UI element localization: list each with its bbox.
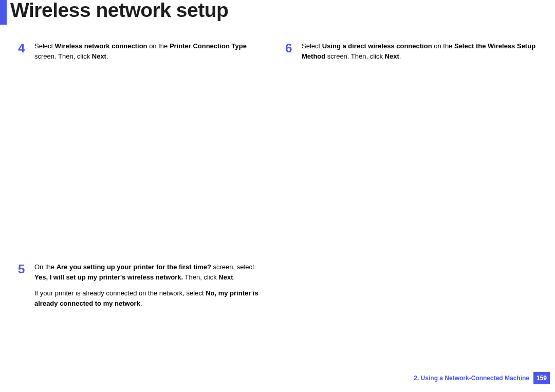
s4-t4: . xyxy=(106,52,108,60)
s5p1-b3: Next xyxy=(218,273,233,281)
step-6: 6 Select Using a direct wireless connect… xyxy=(285,41,542,67)
s4-t2: on the xyxy=(147,42,170,50)
s5p1-t1: On the xyxy=(34,263,57,271)
s6-b1: Using a direct wireless connection xyxy=(322,42,432,50)
content-area: 4 Select Wireless network connection on … xyxy=(0,41,555,324)
header-accent-bar xyxy=(0,0,7,25)
s5p1-b2: Yes, I will set up my printer's wireless… xyxy=(34,273,183,281)
s4-t3: screen. Then, click xyxy=(34,52,92,60)
s4-b2: Printer Connection Type xyxy=(170,42,247,50)
step-number-5: 5 xyxy=(18,263,34,275)
s4-t1: Select xyxy=(34,42,55,50)
s5p1-b1: Are you setting up your printer for the … xyxy=(57,263,211,271)
page-title: Wireless network setup xyxy=(10,0,228,22)
page-number: 159 xyxy=(533,372,550,384)
footer: 2. Using a Network-Connected Machine 159 xyxy=(414,372,555,384)
right-column: 6 Select Using a direct wireless connect… xyxy=(278,41,555,324)
s6-t4: . xyxy=(399,52,401,60)
step-6-text: Select Using a direct wireless connectio… xyxy=(302,41,542,67)
step-number-6: 6 xyxy=(285,42,302,54)
s6-t1: Select xyxy=(302,42,322,50)
step-number-4: 4 xyxy=(18,42,34,54)
s5p1-t3: Then, click xyxy=(183,273,218,281)
left-column: 4 Select Wireless network connection on … xyxy=(0,41,278,324)
s5p1-t4: . xyxy=(233,273,235,281)
step-4-text: Select Wireless network connection on th… xyxy=(34,41,265,67)
s4-b3: Next xyxy=(92,52,106,60)
step-5: 5 On the Are you setting up your printer… xyxy=(18,262,265,314)
s5p2-t2: . xyxy=(140,300,142,307)
step-5-text: On the Are you setting up your printer f… xyxy=(34,262,265,314)
s6-t2: on the xyxy=(432,42,454,50)
footer-chapter: 2. Using a Network-Connected Machine xyxy=(414,375,529,382)
s5p1-t2: screen, select xyxy=(211,263,254,271)
s6-t3: screen. Then, click xyxy=(325,52,384,60)
s6-b3: Next xyxy=(385,52,399,60)
s5p2-t1: If your printer is already connected on … xyxy=(34,289,206,297)
s4-b1: Wireless network connection xyxy=(55,42,147,50)
step-4: 4 Select Wireless network connection on … xyxy=(18,41,265,67)
